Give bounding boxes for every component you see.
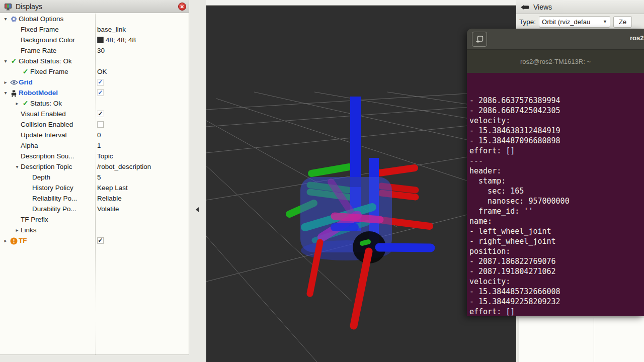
value-text: 30	[97, 45, 105, 56]
display-row-label: Links	[21, 225, 37, 235]
display-row[interactable]: ▸TF✓	[0, 235, 189, 246]
display-row-label: Frame Rate	[21, 45, 56, 56]
display-row-value[interactable]: 48; 48; 48	[97, 35, 136, 45]
display-row-label: Description Sou...	[21, 151, 74, 161]
display-row[interactable]: ▸✓Status: Ok	[0, 98, 189, 109]
display-row-label: History Policy	[32, 183, 73, 193]
display-row[interactable]: ▾Description Topic/robot_description	[0, 161, 189, 172]
checkbox-checked[interactable]: ✓	[97, 79, 104, 85]
display-row-value[interactable]: Keep Last	[97, 183, 128, 193]
expander-closed-icon[interactable]: ▸	[14, 98, 21, 109]
checkbox-checked[interactable]: ✓	[97, 237, 104, 244]
display-row[interactable]: Frame Rate30	[0, 45, 189, 56]
terminal-output[interactable]: - 2086.6637576389994- 2086.6687425042305…	[467, 73, 644, 316]
display-row-value[interactable]: Volatile	[97, 204, 119, 214]
toolbar-sliver	[206, 0, 516, 6]
expander-closed-icon[interactable]: ▸	[14, 225, 21, 235]
robot-model	[289, 97, 431, 326]
display-row[interactable]: ▾RobotModel✓	[0, 87, 189, 98]
display-row[interactable]: Fixed Framebase_link	[0, 24, 189, 35]
zero-button[interactable]: Ze	[613, 16, 632, 28]
display-row-label: Alpha	[21, 140, 38, 151]
display-row-value[interactable]: 0	[97, 130, 101, 140]
terminal-line: velocity:	[469, 116, 644, 126]
terminal-tabbar[interactable]: ros2@ros2-TM1613R: ~	[467, 50, 644, 73]
terminal-line: - 2087.186822769076	[469, 256, 644, 266]
terminal-line: effort: []	[469, 307, 644, 316]
display-row[interactable]: ▸Links	[0, 225, 189, 235]
terminal-line: - right_wheel_joint	[469, 236, 644, 246]
terminal-line: name:	[469, 216, 644, 226]
display-row-value[interactable]: Topic	[97, 151, 113, 161]
displays-icon	[3, 2, 13, 11]
display-row-label: Global Status: Ok	[19, 56, 72, 66]
display-row[interactable]: Collision Enabled	[0, 119, 189, 130]
display-row-value[interactable]: 5	[97, 172, 101, 183]
views-titlebar[interactable]: Views	[516, 0, 644, 14]
display-row[interactable]: Visual Enabled✓	[0, 109, 189, 119]
new-tab-button[interactable]	[472, 32, 487, 47]
expander-open-icon[interactable]: ▾	[2, 14, 9, 24]
expander-closed-icon[interactable]: ▸	[2, 77, 9, 87]
display-row[interactable]: Background Color48; 48; 48	[0, 35, 189, 45]
display-row-value[interactable]: 1	[97, 140, 101, 151]
displays-tree: ▾Global OptionsFixed Framebase_linkBackg…	[0, 14, 189, 246]
checkbox-unchecked[interactable]	[97, 121, 104, 128]
color-swatch	[97, 37, 104, 43]
view-type-dropdown[interactable]: Orbit (rviz_defau ▼	[539, 16, 610, 28]
display-row-label: Durability Po...	[32, 204, 76, 214]
display-row[interactable]: Update Interval0	[0, 130, 189, 140]
terminal-line: - 15.384638312484919	[469, 126, 644, 136]
checkbox-checked[interactable]: ✓	[97, 111, 104, 117]
display-row[interactable]: Description Sou...Topic	[0, 151, 189, 161]
display-row[interactable]: ▾Global Options	[0, 14, 189, 24]
display-row[interactable]: Reliability Po...Reliable	[0, 193, 189, 204]
display-row[interactable]: ✓Fixed FrameOK	[0, 66, 189, 77]
display-row-value[interactable]: Reliable	[97, 193, 122, 204]
display-row-value[interactable]: /robot_description	[97, 161, 151, 172]
display-row[interactable]: Durability Po...Volatile	[0, 204, 189, 214]
display-row-label: Description Topic	[21, 161, 72, 172]
terminal-line: - 2086.6687425042305	[469, 106, 644, 116]
display-row-value[interactable]: ✓	[97, 235, 104, 246]
display-row[interactable]: ▸Grid✓	[0, 77, 189, 87]
checkbox-checked[interactable]: ✓	[97, 89, 104, 96]
expander-open-icon[interactable]: ▾	[14, 161, 21, 172]
display-row-value[interactable]: ✓	[97, 109, 104, 119]
terminal-window[interactable]: ros2@ ros2@ros2-TM1613R: ~ - 2086.663757…	[467, 29, 644, 316]
displays-panel-footer	[0, 354, 189, 362]
terminal-tab-title: ros2@ros2-TM1613R: ~	[520, 58, 591, 65]
terminal-line: - 15.384492258209232	[469, 297, 644, 307]
display-row[interactable]: History PolicyKeep Last	[0, 183, 189, 193]
display-row-label: Update Interval	[21, 130, 67, 140]
display-row[interactable]: Alpha1	[0, 140, 189, 151]
display-row-value[interactable]: 30	[97, 45, 105, 56]
display-row-label: Collision Enabled	[21, 119, 73, 130]
check-icon: ✓	[21, 66, 30, 77]
expander-open-icon[interactable]: ▾	[2, 87, 9, 98]
display-row-value[interactable]	[97, 119, 104, 130]
terminal-line: ---	[469, 156, 644, 166]
expander-closed-icon[interactable]: ▸	[2, 235, 9, 246]
display-row-value[interactable]: base_link	[97, 24, 126, 35]
terminal-titlebar[interactable]: ros2@	[467, 29, 644, 50]
display-row-label: Global Options	[19, 14, 63, 24]
display-row-value[interactable]: ✓	[97, 77, 104, 87]
close-icon[interactable]: ✕	[178, 3, 186, 11]
displays-panel-title: Displays	[16, 3, 42, 11]
terminal-line: frame_id: ''	[469, 206, 644, 216]
display-row[interactable]: Depth5	[0, 172, 189, 183]
terminal-line: header:	[469, 166, 644, 176]
display-row[interactable]: ▾✓Global Status: Ok	[0, 56, 189, 66]
display-row[interactable]: TF Prefix	[0, 214, 189, 225]
expander-open-icon[interactable]: ▾	[2, 56, 9, 66]
display-row-value[interactable]: ✓	[97, 87, 104, 98]
column-divider[interactable]	[95, 14, 96, 354]
displays-titlebar[interactable]: Displays ✕	[0, 0, 189, 13]
collapse-panel-arrow-icon[interactable]	[196, 207, 199, 212]
display-row-value[interactable]: OK	[97, 66, 107, 77]
views-panel-title: Views	[533, 3, 552, 11]
terminal-line: stamp:	[469, 176, 644, 186]
display-row-label: Status: Ok	[30, 98, 62, 109]
display-row-label: Depth	[32, 172, 50, 183]
